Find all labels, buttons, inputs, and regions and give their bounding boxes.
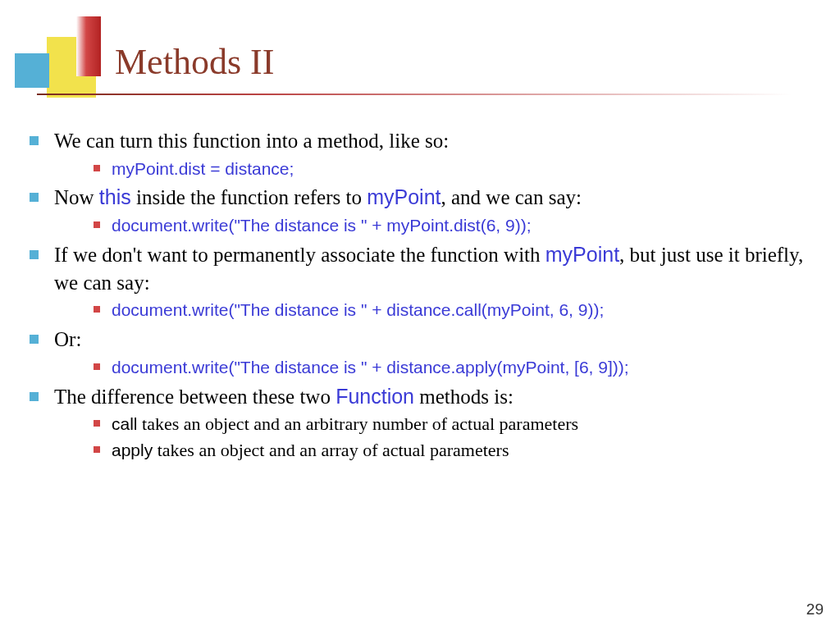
bullet-1-sublist: myPoint.dist = distance; xyxy=(54,157,812,181)
slide-title: Methods II xyxy=(115,41,274,83)
bullet-5-sub1-text: takes an object and an arbitrary number … xyxy=(138,413,579,434)
bullet-list-level1: We can turn this function into a method,… xyxy=(25,127,812,463)
bullet-3-pre: If we don't want to permanently associat… xyxy=(54,244,546,266)
bullet-5-sublist: call takes an object and an arbitrary nu… xyxy=(54,412,812,462)
bullet-5-sub2-text: takes an object and an array of actual p… xyxy=(153,440,509,460)
code-docwrite-1: document.write("The distance is " + myPo… xyxy=(112,216,532,235)
bullet-1-code: myPoint.dist = distance; xyxy=(54,157,812,181)
bullet-4-sublist: document.write("The distance is " + dist… xyxy=(54,355,812,380)
code-docwrite-3: document.write("The distance is " + dist… xyxy=(112,358,629,377)
code-assign: myPoint.dist = distance; xyxy=(112,159,294,178)
bullet-3: If we don't want to permanently associat… xyxy=(25,241,812,322)
kw-mypoint-2: myPoint xyxy=(546,243,619,266)
decor-square-cyan xyxy=(15,53,49,88)
bullet-5-sub1: call takes an object and an arbitrary nu… xyxy=(54,412,812,436)
kw-mypoint-1: myPoint xyxy=(367,185,441,208)
title-underline xyxy=(37,94,792,95)
bullet-5-sub2: apply takes an object and an array of ac… xyxy=(54,438,812,463)
bullet-5-pre: The difference between these two xyxy=(54,386,336,408)
decor-square-red xyxy=(76,16,101,76)
bullet-5-post: methods is: xyxy=(414,386,514,408)
slide-body: We can turn this function into a method,… xyxy=(25,127,812,466)
kw-this: this xyxy=(99,185,131,208)
bullet-2-sublist: document.write("The distance is " + myPo… xyxy=(54,213,812,238)
bullet-1: We can turn this function into a method,… xyxy=(25,127,812,180)
bullet-3-code: document.write("The distance is " + dist… xyxy=(54,298,812,322)
bullet-2-code: document.write("The distance is " + myPo… xyxy=(54,213,812,238)
slide-container: Methods II We can turn this function int… xyxy=(0,0,840,630)
kw-call: call xyxy=(112,414,138,433)
kw-function: Function xyxy=(336,385,414,408)
bullet-4-pre: Or: xyxy=(54,328,81,350)
bullet-5: The difference between these two Functio… xyxy=(25,383,812,463)
kw-apply: apply xyxy=(112,441,153,459)
bullet-2-post: , and we can say: xyxy=(441,186,582,208)
bullet-2-mid: inside the function refers to xyxy=(131,186,367,208)
bullet-2-pre: Now xyxy=(54,186,99,208)
bullet-1-text: We can turn this function into a method,… xyxy=(54,130,449,152)
code-docwrite-2: document.write("The distance is " + dist… xyxy=(112,300,604,319)
bullet-4: Or: document.write("The distance is " + … xyxy=(25,326,812,379)
bullet-2: Now this inside the function refers to m… xyxy=(25,184,812,237)
page-number: 29 xyxy=(806,600,824,619)
bullet-3-sublist: document.write("The distance is " + dist… xyxy=(54,298,812,322)
bullet-4-code: document.write("The distance is " + dist… xyxy=(54,355,812,380)
